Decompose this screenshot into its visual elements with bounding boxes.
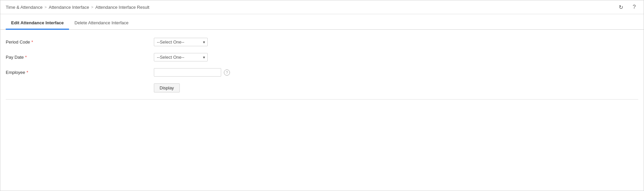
breadcrumb-separator-0: > (44, 5, 46, 9)
pay-date-select[interactable]: --Select One-- (154, 53, 208, 61)
tab-edit-attendance-interface[interactable]: Edit Attendance Interface (6, 17, 69, 30)
period-code-row: Period Code * --Select One-- (6, 38, 638, 46)
employee-help-icon[interactable]: ? (224, 70, 230, 76)
employee-control: ? (154, 68, 230, 77)
header-bar: Time & Attendance > Attendance Interface… (0, 0, 644, 14)
content-area: Edit Attendance Interface Delete Attenda… (0, 14, 644, 191)
breadcrumb: Time & Attendance > Attendance Interface… (6, 5, 149, 10)
pay-date-control: --Select One-- (154, 53, 208, 61)
refresh-icon: ↻ (619, 4, 623, 10)
period-code-label: Period Code * (6, 39, 154, 45)
breadcrumb-item-1: Attendance Interface (49, 5, 89, 10)
period-code-required: * (31, 39, 33, 45)
period-code-select-wrapper: --Select One-- (154, 38, 208, 46)
form-area: Period Code * --Select One-- Pay Date * (0, 30, 644, 191)
employee-input[interactable] (154, 68, 221, 77)
help-button[interactable]: ? (630, 3, 638, 11)
display-button-wrapper: Display (154, 83, 180, 92)
pay-date-row: Pay Date * --Select One-- (6, 53, 638, 61)
pay-date-select-wrapper: --Select One-- (154, 53, 208, 61)
employee-required: * (27, 70, 28, 75)
breadcrumb-separator-1: > (91, 5, 93, 9)
refresh-button[interactable]: ↻ (617, 3, 625, 11)
tab-delete-attendance-interface[interactable]: Delete Attendance Interface (69, 17, 134, 30)
help-icon: ? (633, 4, 636, 10)
tabs-container: Edit Attendance Interface Delete Attenda… (0, 17, 644, 30)
pay-date-required: * (25, 55, 27, 60)
display-button-row: Display (6, 83, 638, 92)
main-container: Time & Attendance > Attendance Interface… (0, 0, 644, 191)
pay-date-label: Pay Date * (6, 55, 154, 60)
employee-row: Employee * ? (6, 68, 638, 77)
period-code-select[interactable]: --Select One-- (154, 38, 208, 46)
display-button[interactable]: Display (154, 83, 180, 92)
period-code-control: --Select One-- (154, 38, 208, 46)
form-divider (6, 99, 638, 100)
header-icons: ↻ ? (617, 3, 638, 11)
breadcrumb-item-2: Attendance Interface Result (95, 5, 149, 10)
breadcrumb-item-0: Time & Attendance (6, 5, 42, 10)
employee-label: Employee * (6, 70, 154, 75)
